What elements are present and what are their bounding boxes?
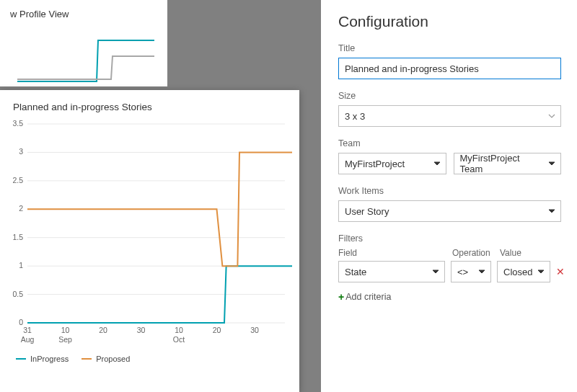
svg-text:Oct: Oct (173, 335, 185, 344)
legend-item-proposed: Proposed (82, 355, 130, 363)
label-team: Team (338, 138, 561, 148)
filter-operation-value: <> (457, 267, 468, 277)
filter-value-select[interactable]: Closed (497, 261, 550, 282)
legend-label: Proposed (96, 355, 130, 363)
svg-text:Sep: Sep (58, 335, 72, 344)
field-filters: Filters Field Operation Value State <> C… (338, 233, 561, 303)
add-criteria-label: Add criteria (345, 292, 391, 302)
svg-text:2: 2 (19, 204, 23, 213)
filter-row: State <> Closed ✕ (338, 261, 561, 282)
work-items-select[interactable]: User Story (338, 200, 561, 222)
svg-text:10: 10 (175, 326, 183, 334)
field-team: Team MyFirstProject MyFirstProject Team (338, 138, 561, 174)
configuration-panel: Configuration Title Size 3 x 3 Team MyFi… (321, 0, 577, 392)
legend-label: InProgress (30, 355, 69, 363)
chart-legend: InProgress Proposed (16, 355, 286, 363)
filters-header-row: Field Operation Value (338, 248, 561, 258)
legend-swatch-icon (16, 358, 26, 360)
svg-text:1: 1 (19, 261, 23, 270)
field-title: Title (338, 43, 561, 79)
label-title: Title (338, 43, 561, 53)
ghost-mini-chart (10, 27, 157, 92)
remove-filter-icon[interactable]: ✕ (556, 266, 565, 277)
svg-text:10: 10 (61, 326, 70, 334)
svg-text:1.5: 1.5 (12, 233, 23, 241)
field-work-items: Work Items User Story (338, 186, 561, 222)
filter-operation-select[interactable]: <> (451, 261, 491, 282)
filter-field-select[interactable]: State (338, 261, 445, 282)
filter-field-value: State (345, 267, 366, 277)
filters-head-field: Field (338, 248, 445, 258)
svg-text:31: 31 (23, 326, 32, 334)
config-heading: Configuration (338, 13, 561, 30)
filters-head-operation: Operation (452, 248, 493, 258)
label-size: Size (338, 91, 561, 101)
svg-text:20: 20 (213, 326, 221, 334)
filters-head-value: Value (500, 248, 561, 258)
svg-text:30: 30 (137, 326, 146, 334)
filter-value-value: Closed (503, 267, 532, 277)
svg-text:3: 3 (19, 147, 23, 156)
label-filters: Filters (338, 233, 561, 244)
legend-swatch-icon (82, 358, 92, 360)
ghost-widget-card: w Profile View (0, 0, 167, 86)
project-value: MyFirstProject (345, 159, 405, 169)
legend-item-inprogress: InProgress (16, 355, 69, 363)
chart-title: Planned and in-progress Stories (13, 102, 286, 112)
svg-text:30: 30 (250, 326, 259, 334)
title-input[interactable] (338, 58, 561, 79)
svg-text:0.5: 0.5 (12, 290, 23, 298)
chart-plot: 00.511.522.533.531Aug10Sep203010Oct2030 (7, 120, 292, 350)
svg-text:3.5: 3.5 (12, 120, 23, 128)
team-value: MyFirstProject Team (460, 153, 544, 174)
size-select[interactable]: 3 x 3 (338, 105, 561, 127)
field-size: Size 3 x 3 (338, 91, 561, 127)
chart-preview-modal: Planned and in-progress Stories 00.511.5… (0, 90, 299, 392)
svg-text:20: 20 (99, 326, 107, 334)
work-items-value: User Story (345, 206, 389, 217)
plus-icon: + (338, 291, 344, 303)
ghost-widget-title: w Profile View (10, 9, 157, 19)
size-value: 3 x 3 (345, 111, 365, 122)
add-criteria-button[interactable]: + Add criteria (338, 291, 391, 303)
project-select[interactable]: MyFirstProject (338, 153, 446, 174)
svg-text:2.5: 2.5 (12, 176, 23, 184)
team-select[interactable]: MyFirstProject Team (454, 153, 562, 174)
label-work-items: Work Items (338, 186, 561, 196)
svg-text:Aug: Aug (21, 335, 35, 344)
